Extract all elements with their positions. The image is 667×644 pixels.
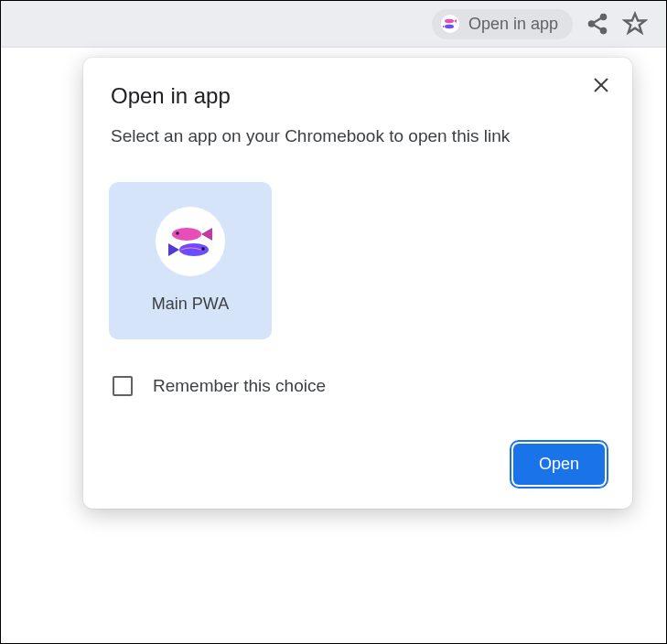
dialog-actions: Open — [111, 444, 605, 485]
svg-marker-9 — [625, 14, 645, 33]
open-in-app-chip[interactable]: Open in app — [432, 9, 573, 39]
app-label: Main PWA — [152, 295, 229, 314]
remember-label: Remember this choice — [153, 376, 326, 396]
open-in-app-dialog: Open in app Select an app on your Chrome… — [83, 58, 632, 509]
close-icon[interactable] — [590, 74, 612, 100]
dialog-title: Open in app — [111, 83, 605, 109]
share-icon[interactable] — [586, 12, 609, 36]
app-fish-icon — [441, 15, 459, 33]
chip-label: Open in app — [468, 15, 558, 34]
svg-point-17 — [201, 247, 205, 251]
svg-marker-3 — [443, 25, 445, 28]
remember-checkbox[interactable] — [113, 376, 133, 396]
svg-point-6 — [601, 28, 606, 33]
svg-point-0 — [445, 19, 454, 23]
svg-point-5 — [589, 21, 594, 26]
browser-toolbar: Open in app — [1, 1, 666, 47]
remember-choice-row: Remember this choice — [113, 376, 605, 396]
svg-point-14 — [176, 231, 179, 235]
svg-line-8 — [594, 25, 601, 29]
svg-marker-16 — [168, 243, 179, 256]
app-option-main-pwa[interactable]: Main PWA — [109, 182, 272, 339]
app-fish-icon — [156, 207, 225, 276]
svg-point-2 — [445, 25, 454, 28]
star-icon[interactable] — [622, 11, 648, 37]
open-button[interactable]: Open — [513, 444, 605, 485]
svg-marker-1 — [454, 19, 457, 23]
svg-point-4 — [601, 15, 606, 19]
svg-marker-13 — [201, 228, 212, 241]
svg-line-7 — [594, 18, 601, 23]
dialog-subtitle: Select an app on your Chromebook to open… — [111, 123, 605, 149]
